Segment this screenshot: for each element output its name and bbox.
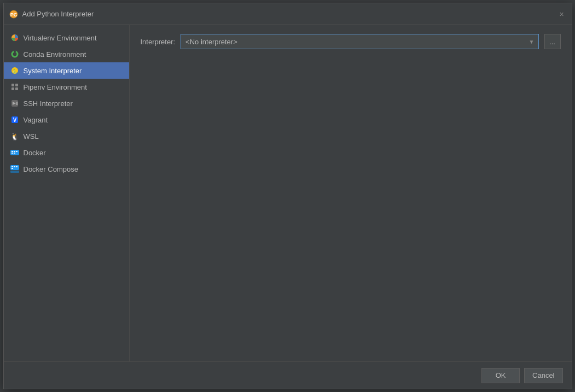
docker-icon (10, 148, 19, 157)
ssh-icon (10, 99, 19, 108)
sidebar-item-wsl[interactable]: 🐧 WSL (4, 128, 129, 144)
title-bar: PC Add Python Interpreter × (4, 3, 572, 25)
conda-icon (10, 50, 19, 58)
svg-rect-17 (11, 151, 13, 152)
svg-rect-24 (14, 166, 15, 167)
interpreter-select-wrapper: <No interpreter> ▼ (181, 34, 538, 49)
ok-button[interactable]: OK (481, 368, 520, 383)
interpreter-label: Interpreter: (141, 38, 176, 46)
svg-rect-25 (16, 166, 18, 167)
sidebar-item-label-vagrant: Vagrant (24, 116, 48, 124)
sidebar-item-vagrant[interactable]: V Vagrant (4, 112, 129, 128)
sidebar-item-system[interactable]: 🐍 System Interpreter (4, 62, 129, 79)
sidebar-item-virtualenv[interactable]: Virtualenv Environment (4, 30, 129, 46)
sidebar: Virtualenv Environment Conda Environment… (4, 25, 130, 361)
sidebar-item-label-ssh: SSH Interpreter (24, 100, 73, 108)
sidebar-item-docker-compose[interactable]: Docker Compose (4, 161, 129, 177)
svg-rect-23 (11, 166, 13, 167)
svg-rect-8 (15, 84, 18, 86)
sidebar-item-label-wsl: WSL (24, 132, 39, 141)
app-icon: PC (9, 10, 18, 19)
svg-text:V: V (13, 117, 16, 123)
svg-rect-26 (11, 168, 13, 169)
pipenv-icon (10, 83, 19, 91)
sidebar-item-docker[interactable]: Docker (4, 144, 129, 161)
svg-rect-13 (16, 102, 18, 105)
docker-compose-icon (10, 165, 19, 173)
svg-rect-21 (14, 153, 15, 154)
sidebar-item-label-system: System Interpreter (24, 67, 82, 75)
browse-button[interactable]: ... (544, 34, 561, 49)
svg-rect-19 (16, 151, 18, 152)
interpreter-select[interactable]: <No interpreter> (181, 34, 538, 49)
sidebar-item-label-pipenv: Pipenv Environment (24, 83, 87, 91)
close-button[interactable]: × (557, 10, 566, 19)
sidebar-item-conda[interactable]: Conda Environment (4, 46, 129, 62)
svg-text:🐍: 🐍 (12, 68, 18, 74)
cancel-button[interactable]: Cancel (524, 368, 562, 383)
svg-rect-20 (11, 153, 13, 154)
system-icon: 🐍 (10, 66, 19, 75)
sidebar-item-pipenv[interactable]: Pipenv Environment (4, 79, 129, 95)
interpreter-row: Interpreter: <No interpreter> ▼ ... (141, 34, 561, 49)
sidebar-item-ssh[interactable]: SSH Interpreter (4, 95, 129, 112)
wsl-icon: 🐧 (10, 132, 19, 141)
svg-rect-10 (15, 87, 18, 90)
dialog-footer: OK Cancel (4, 361, 572, 389)
main-content: Interpreter: <No interpreter> ▼ ... (130, 25, 572, 361)
svg-rect-18 (14, 151, 15, 152)
sidebar-item-label-virtualenv: Virtualenv Environment (24, 34, 97, 42)
svg-rect-9 (11, 87, 14, 90)
svg-point-4 (14, 50, 16, 52)
svg-rect-22 (10, 165, 19, 170)
svg-rect-27 (10, 171, 19, 173)
add-python-interpreter-dialog: PC Add Python Interpreter × Virtualenv E… (3, 3, 572, 389)
svg-rect-7 (11, 84, 14, 86)
sidebar-item-label-docker-compose: Docker Compose (24, 165, 78, 173)
vagrant-icon: V (10, 115, 19, 124)
sidebar-item-label-docker: Docker (24, 149, 46, 157)
dialog-title: Add Python Interpreter (22, 10, 553, 18)
virtualenv-icon (10, 33, 19, 42)
sidebar-item-label-conda: Conda Environment (24, 50, 86, 58)
dialog-body: Virtualenv Environment Conda Environment… (4, 25, 572, 361)
svg-text:PC: PC (10, 12, 17, 17)
